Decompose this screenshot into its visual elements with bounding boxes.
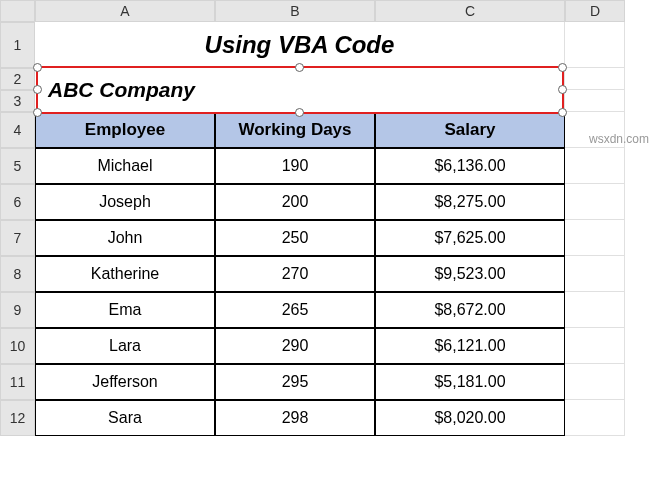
row-header-6[interactable]: 6 xyxy=(0,184,35,220)
table-cell[interactable]: John xyxy=(35,220,215,256)
table-cell[interactable]: $6,121.00 xyxy=(375,328,565,364)
table-cell[interactable]: Michael xyxy=(35,148,215,184)
row-header-2[interactable]: 2 xyxy=(0,68,35,90)
textbox-shape[interactable]: ABC Company xyxy=(36,66,564,114)
table-cell[interactable]: Jefferson xyxy=(35,364,215,400)
cell-e10[interactable] xyxy=(565,328,625,364)
table-cell[interactable]: Sara xyxy=(35,400,215,436)
table-cell[interactable]: $8,275.00 xyxy=(375,184,565,220)
cell-e2[interactable] xyxy=(565,68,625,90)
select-all-corner[interactable] xyxy=(0,0,35,22)
row-header-1[interactable]: 1 xyxy=(0,22,35,68)
table-cell[interactable]: 190 xyxy=(215,148,375,184)
resize-handle-top-right[interactable] xyxy=(558,63,567,72)
table-cell[interactable]: 298 xyxy=(215,400,375,436)
table-header-employee[interactable]: Employee xyxy=(35,112,215,148)
table-cell[interactable]: $8,020.00 xyxy=(375,400,565,436)
table-cell[interactable]: Ema xyxy=(35,292,215,328)
col-header-b[interactable]: B xyxy=(215,0,375,22)
col-header-c[interactable]: C xyxy=(375,0,565,22)
cell-e8[interactable] xyxy=(565,256,625,292)
resize-handle-bottom-left[interactable] xyxy=(33,108,42,117)
table-cell[interactable]: Joseph xyxy=(35,184,215,220)
table-header-salary[interactable]: Salary xyxy=(375,112,565,148)
cell-e11[interactable] xyxy=(565,364,625,400)
table-cell[interactable]: $5,181.00 xyxy=(375,364,565,400)
row-header-10[interactable]: 10 xyxy=(0,328,35,364)
cell-e12[interactable] xyxy=(565,400,625,436)
cell-e5[interactable] xyxy=(565,148,625,184)
table-cell[interactable]: 250 xyxy=(215,220,375,256)
resize-handle-top-left[interactable] xyxy=(33,63,42,72)
table-cell[interactable]: 290 xyxy=(215,328,375,364)
resize-handle-top-middle[interactable] xyxy=(295,63,304,72)
table-cell[interactable]: $7,625.00 xyxy=(375,220,565,256)
row-header-9[interactable]: 9 xyxy=(0,292,35,328)
table-cell[interactable]: 295 xyxy=(215,364,375,400)
row-header-5[interactable]: 5 xyxy=(0,148,35,184)
col-header-a[interactable]: A xyxy=(35,0,215,22)
resize-handle-bottom-right[interactable] xyxy=(558,108,567,117)
table-cell[interactable]: 200 xyxy=(215,184,375,220)
table-header-working-days[interactable]: Working Days xyxy=(215,112,375,148)
table-cell[interactable]: 270 xyxy=(215,256,375,292)
row-header-8[interactable]: 8 xyxy=(0,256,35,292)
col-header-d[interactable]: D xyxy=(565,0,625,22)
page-title: Using VBA Code xyxy=(35,22,565,68)
resize-handle-middle-right[interactable] xyxy=(558,85,567,94)
row-header-3[interactable]: 3 xyxy=(0,90,35,112)
table-cell[interactable]: $6,136.00 xyxy=(375,148,565,184)
cell-e6[interactable] xyxy=(565,184,625,220)
row-header-12[interactable]: 12 xyxy=(0,400,35,436)
table-cell[interactable]: 265 xyxy=(215,292,375,328)
resize-handle-bottom-middle[interactable] xyxy=(295,108,304,117)
watermark-text: wsxdn.com xyxy=(589,132,649,146)
table-cell[interactable]: $9,523.00 xyxy=(375,256,565,292)
cell-e9[interactable] xyxy=(565,292,625,328)
table-cell[interactable]: Lara xyxy=(35,328,215,364)
cell-e1[interactable] xyxy=(565,22,625,68)
row-header-7[interactable]: 7 xyxy=(0,220,35,256)
row-header-4[interactable]: 4 xyxy=(0,112,35,148)
row-header-11[interactable]: 11 xyxy=(0,364,35,400)
cell-e7[interactable] xyxy=(565,220,625,256)
table-cell[interactable]: $8,672.00 xyxy=(375,292,565,328)
table-cell[interactable]: Katherine xyxy=(35,256,215,292)
resize-handle-middle-left[interactable] xyxy=(33,85,42,94)
textbox-content[interactable]: ABC Company xyxy=(38,68,562,112)
cell-e3[interactable] xyxy=(565,90,625,112)
